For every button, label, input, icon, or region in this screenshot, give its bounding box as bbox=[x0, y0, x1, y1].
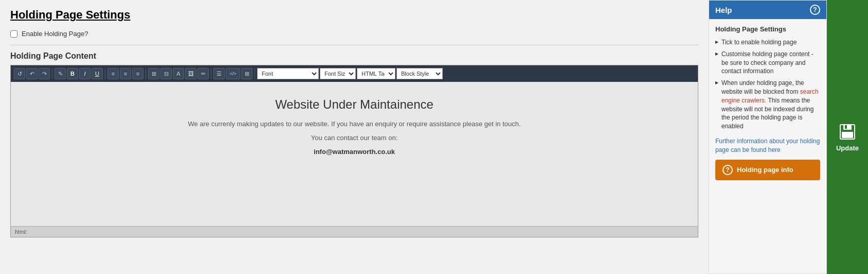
editor-body[interactable]: Website Under Maintainence We are curren… bbox=[11, 82, 698, 226]
underline-button[interactable]: U bbox=[92, 68, 103, 79]
save-icon bbox=[838, 123, 857, 141]
undo-button[interactable]: ↺ bbox=[14, 68, 25, 79]
align-left-button[interactable]: ≡ bbox=[107, 68, 119, 79]
indent-button[interactable]: ⊞ bbox=[148, 68, 159, 79]
format-button[interactable]: ✎ bbox=[55, 68, 66, 79]
fontsize-select[interactable]: Font Size 8 10 12 14 16 18 24 36 bbox=[320, 68, 356, 79]
svg-rect-1 bbox=[843, 125, 852, 130]
separator3 bbox=[146, 68, 146, 79]
help-header: Help ? bbox=[709, 1, 826, 19]
font-select[interactable]: Font Arial Times New Roman Georgia Verda… bbox=[257, 68, 319, 79]
pencil-button[interactable]: ✏ bbox=[197, 68, 209, 79]
holding-info-question-icon: ? bbox=[722, 165, 733, 175]
bold-button[interactable]: B bbox=[67, 68, 78, 79]
html-button[interactable]: </> bbox=[226, 68, 240, 79]
help-further-info: Further information about your holding p… bbox=[715, 137, 820, 155]
separator5 bbox=[255, 68, 255, 79]
table-button[interactable]: ⊞ bbox=[241, 68, 252, 79]
help-item-2: Customise holding page content - be sure… bbox=[715, 50, 820, 76]
enable-holding-page-checkbox[interactable] bbox=[10, 30, 17, 38]
editor-email: info@watmanworth.co.uk bbox=[21, 148, 688, 156]
undo2-button[interactable]: ↶ bbox=[26, 68, 38, 79]
holding-info-label: Holding page info bbox=[737, 166, 793, 174]
content-section-title: Holding Page Content bbox=[10, 52, 698, 61]
holding-info-button[interactable]: ? Holding page info bbox=[715, 160, 820, 180]
editor-heading: Website Under Maintainence bbox=[21, 97, 688, 112]
italic-button[interactable]: I bbox=[79, 68, 91, 79]
help-panel: Help ? Holding Page Settings Tick to ena… bbox=[709, 0, 827, 274]
help-title: Help bbox=[715, 6, 732, 14]
editor-footer: html: bbox=[11, 226, 698, 237]
separator1 bbox=[52, 68, 52, 79]
align-right-button[interactable]: ≡ bbox=[132, 68, 143, 79]
separator2 bbox=[105, 68, 105, 79]
editor-footer-label: html: bbox=[15, 229, 27, 235]
page-title: Holding Page Settings bbox=[10, 8, 698, 22]
editor-contact-line: You can contact our team on: bbox=[21, 134, 688, 142]
svg-rect-2 bbox=[842, 132, 853, 138]
editor-body-text: We are currenly making updates to our we… bbox=[21, 120, 688, 128]
blockstyle-select[interactable]: Block Style Normal Heading 1 Heading 2 H… bbox=[396, 68, 443, 79]
main-content: Holding Page Settings Enable Holding Pag… bbox=[0, 0, 709, 274]
crawlers-highlight: search engine crawlers. bbox=[721, 88, 819, 104]
enable-label: Enable Holding Page? bbox=[22, 30, 88, 38]
separator4 bbox=[211, 68, 211, 79]
divider bbox=[10, 45, 698, 45]
update-button[interactable]: Update bbox=[827, 0, 868, 274]
redo-button[interactable]: ↷ bbox=[39, 68, 50, 79]
help-item-1: Tick to enable holding page bbox=[715, 38, 820, 47]
editor-container: ↺ ↶ ↷ ✎ B I U ≡ ≡ ≡ ⊞ ⊟ A 🖼 ✏ ☰ </> bbox=[10, 65, 698, 237]
update-label: Update bbox=[836, 144, 859, 152]
help-item-3: When under holding page, the website wil… bbox=[715, 79, 820, 131]
help-body: Holding Page Settings Tick to enable hol… bbox=[709, 19, 826, 186]
editor-toolbar: ↺ ↶ ↷ ✎ B I U ≡ ≡ ≡ ⊞ ⊟ A 🖼 ✏ ☰ </> bbox=[11, 65, 698, 82]
svg-rect-3 bbox=[845, 125, 847, 129]
list-button[interactable]: ☰ bbox=[213, 68, 225, 79]
right-panel: Help ? Holding Page Settings Tick to ena… bbox=[709, 0, 827, 274]
help-question-icon[interactable]: ? bbox=[810, 5, 820, 15]
help-section-title: Holding Page Settings bbox=[715, 25, 820, 33]
align-center-button[interactable]: ≡ bbox=[120, 68, 131, 79]
image-button[interactable]: 🖼 bbox=[185, 68, 196, 79]
htmltag-select[interactable]: HTML Tag <p> <h1> <h2> <h3> bbox=[357, 68, 395, 79]
help-items-list: Tick to enable holding page Customise ho… bbox=[715, 38, 820, 131]
enable-row: Enable Holding Page? bbox=[10, 30, 698, 38]
text-color-button[interactable]: A bbox=[173, 68, 184, 79]
outdent-button[interactable]: ⊟ bbox=[160, 68, 172, 79]
